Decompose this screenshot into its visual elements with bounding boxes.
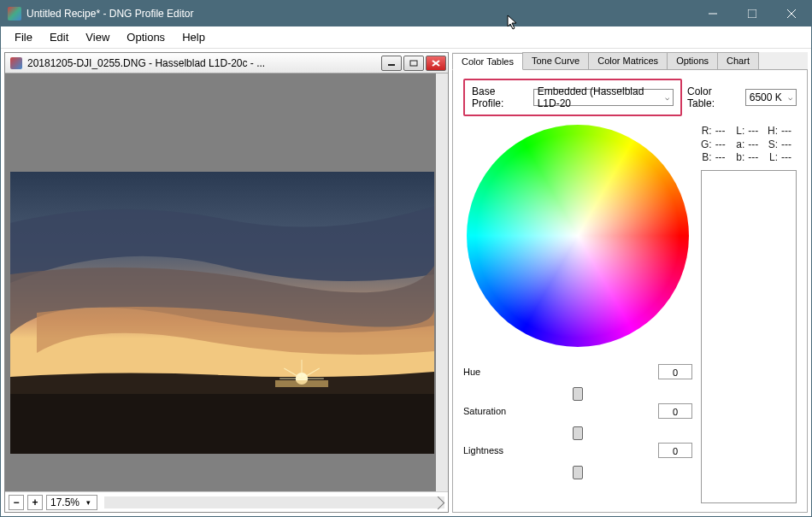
menu-view[interactable]: View <box>77 27 118 47</box>
doc-minimize-button[interactable] <box>381 56 402 71</box>
menu-options[interactable]: Options <box>118 27 174 47</box>
minimize-button[interactable] <box>693 1 733 26</box>
image-bottombar: − + 17.5% ▾ <box>5 491 448 512</box>
zoom-out-button[interactable]: − <box>9 495 24 510</box>
image-subwindow: 20181205-DJI_0255.DNG - Hasselblad L1D-2… <box>4 52 449 513</box>
menubar: File Edit View Options Help <box>1 26 811 49</box>
svg-rect-16 <box>275 380 328 387</box>
doc-maximize-button[interactable] <box>403 56 424 71</box>
maximize-button[interactable] <box>733 1 772 26</box>
swatch-list[interactable] <box>701 170 797 503</box>
close-button[interactable] <box>772 1 811 26</box>
horizontal-scrollbar[interactable] <box>104 496 444 508</box>
color-wheel[interactable] <box>467 125 689 347</box>
right-pane: Color Tables Tone Curve Color Matrices O… <box>452 52 808 513</box>
doc-title: 20181205-DJI_0255.DNG - Hasselblad L1D-2… <box>27 57 380 69</box>
tab-color-tables[interactable]: Color Tables <box>452 53 523 70</box>
tab-strip: Color Tables Tone Curve Color Matrices O… <box>452 52 808 70</box>
color-table-select[interactable]: 6500 K ⌵ <box>745 89 797 106</box>
app-window: Untitled Recipe* - DNG Profile Editor Fi… <box>0 0 812 517</box>
color-table-value: 6500 K <box>750 91 782 103</box>
image-viewport[interactable] <box>5 73 448 491</box>
base-profile-value: Embedded (Hasselblad L1D-20 <box>538 85 660 109</box>
zoom-value: 17.5% <box>50 496 79 508</box>
doc-icon <box>10 57 22 69</box>
base-profile-label: Base Profile: <box>472 85 528 109</box>
menu-file[interactable]: File <box>6 27 41 47</box>
base-profile-select[interactable]: Embedded (Hasselblad L1D-20 ⌵ <box>533 89 674 106</box>
tab-tone-curve[interactable]: Tone Curve <box>522 52 589 69</box>
chevron-down-icon: ⌵ <box>665 93 669 102</box>
base-profile-highlight: Base Profile: Embedded (Hasselblad L1D-2… <box>463 79 682 116</box>
saturation-label: Saturation <box>463 406 651 416</box>
zoom-in-button[interactable]: + <box>27 495 43 510</box>
menu-edit[interactable]: Edit <box>41 27 77 47</box>
lightness-label: Lightness <box>463 445 651 455</box>
titlebar: Untitled Recipe* - DNG Profile Editor <box>1 1 811 26</box>
preview-image <box>10 172 434 454</box>
hue-label: Hue <box>463 367 651 377</box>
menu-help[interactable]: Help <box>174 27 214 47</box>
window-title: Untitled Recipe* - DNG Profile Editor <box>26 8 693 20</box>
hue-slider-row: Hue 0 <box>463 364 692 379</box>
doc-close-button[interactable] <box>426 56 446 71</box>
tab-options[interactable]: Options <box>667 52 718 69</box>
doc-titlebar: 20181205-DJI_0255.DNG - Hasselblad L1D-2… <box>5 53 448 73</box>
svg-rect-1 <box>748 9 756 18</box>
color-readouts: R:---L:---H:--- G:---a:---S:--- B:---b:-… <box>701 125 797 165</box>
chevron-down-icon: ⌵ <box>788 93 792 102</box>
lightness-value[interactable]: 0 <box>658 443 692 458</box>
vertical-scrollbar[interactable] <box>436 73 448 491</box>
color-table-label: Color Table: <box>687 85 740 109</box>
saturation-value[interactable]: 0 <box>658 403 692 419</box>
color-tables-panel: Base Profile: Embedded (Hasselblad L1D-2… <box>452 70 808 513</box>
hue-value[interactable]: 0 <box>658 364 692 379</box>
lightness-slider-row: Lightness 0 <box>463 443 692 458</box>
tab-chart[interactable]: Chart <box>717 52 759 69</box>
tab-color-matrices[interactable]: Color Matrices <box>588 52 668 69</box>
app-icon <box>8 7 21 21</box>
chevron-down-icon: ▾ <box>86 498 91 507</box>
zoom-select[interactable]: 17.5% ▾ <box>46 495 97 510</box>
saturation-slider-row: Saturation 0 <box>463 403 692 419</box>
svg-rect-5 <box>410 61 417 66</box>
